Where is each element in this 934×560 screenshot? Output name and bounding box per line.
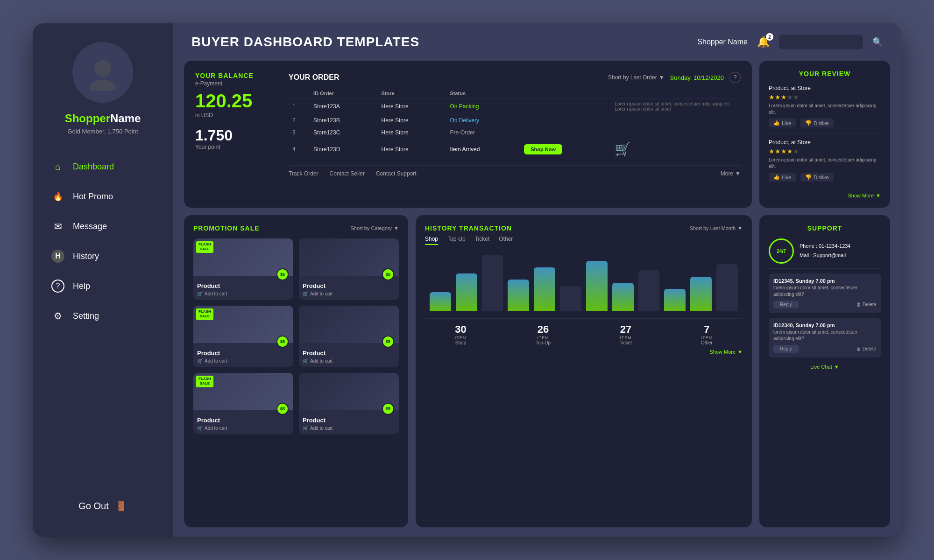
cart-icon: 🛒 bbox=[197, 358, 203, 364]
add-to-cart-4[interactable]: 🛒 Add to cart bbox=[303, 358, 395, 364]
track-order-link[interactable]: Track Order bbox=[289, 170, 318, 177]
support-contact-details: Phone : 01-1234-1234 Mail : Support@mail bbox=[800, 242, 851, 260]
price-badge-3: $5 bbox=[276, 336, 289, 348]
fire-icon: 🔥 bbox=[51, 190, 64, 203]
add-to-cart-6[interactable]: 🛒 Add to cart bbox=[303, 426, 395, 431]
promo-product-name-4: Product bbox=[303, 350, 395, 357]
delete-button-2[interactable]: 🗑 Delete bbox=[856, 346, 876, 351]
avatar bbox=[72, 42, 133, 103]
review-actions-2: 👍 Like 👎 Dislike bbox=[769, 173, 881, 182]
chevron-down-icon: ▼ bbox=[394, 225, 399, 231]
delete-button-1[interactable]: 🗑 Delete bbox=[856, 302, 876, 307]
history-tabs: Shop Top-Up Ticket Other bbox=[425, 236, 743, 249]
sidebar-item-hot-promo[interactable]: 🔥 Hot Promo bbox=[42, 183, 163, 210]
notification-bell[interactable]: 🔔 2 bbox=[757, 36, 770, 48]
search-icon[interactable]: 🔍 bbox=[872, 37, 883, 47]
chart-bar-3 bbox=[508, 280, 529, 311]
promo-img-5: FLASHSALE $5 bbox=[193, 373, 293, 410]
dislike-button-1[interactable]: 👎 Dislike bbox=[800, 119, 833, 127]
flash-sale-badge-5: FLASHSALE bbox=[196, 376, 213, 387]
show-more-review-button[interactable]: Show More ▼ bbox=[769, 193, 881, 198]
sidebar-item-setting[interactable]: ⚙ Setting bbox=[42, 303, 163, 329]
add-to-cart-5[interactable]: 🛒 Add to cart bbox=[197, 426, 290, 431]
help-circle-icon[interactable]: ? bbox=[729, 72, 741, 83]
review-product-2: Product, at Store bbox=[769, 139, 881, 146]
sidebar-item-help[interactable]: ? Help bbox=[42, 273, 163, 299]
balance-order-card: YOUR BALANCE e-Payment 120.25 in USD 1.7… bbox=[184, 61, 752, 208]
sidebar-item-dashboard[interactable]: ⌂ Dashboard bbox=[42, 154, 163, 180]
price-badge-2: $5 bbox=[382, 268, 394, 280]
review-title: YOUR REVIEW bbox=[769, 70, 881, 77]
add-to-cart-1[interactable]: 🛒 Add to cart bbox=[197, 291, 290, 296]
promo-title: PROMOTION SALE bbox=[193, 224, 260, 232]
thumb-down-icon: 👎 bbox=[805, 120, 812, 126]
like-button-1[interactable]: 👍 Like bbox=[769, 119, 796, 127]
stat-ticket: 27 ITEM Ticket bbox=[620, 323, 632, 345]
chevron-down-icon: ▼ bbox=[735, 170, 741, 177]
promo-info-6: Product 🛒 Add to cart bbox=[299, 410, 399, 434]
support-divider bbox=[769, 268, 881, 269]
add-to-cart-2[interactable]: 🛒 Add to cart bbox=[303, 291, 395, 296]
history-stats: 30 ITEM Shop 26 ITEM Top-Up 27 ITEM bbox=[425, 318, 743, 345]
notification-badge: 2 bbox=[766, 33, 773, 41]
stars-1: ★★★★★ bbox=[769, 93, 881, 101]
nav-menu: ⌂ Dashboard 🔥 Hot Promo ✉ Message H Hist… bbox=[42, 154, 163, 484]
sidebar-item-message[interactable]: ✉ Message bbox=[42, 213, 163, 239]
chart-bar-1 bbox=[456, 273, 477, 311]
promo-card: PROMOTION SALE Short by Category ▼ FLASH… bbox=[184, 215, 408, 527]
tab-shop[interactable]: Shop bbox=[425, 236, 438, 245]
sidebar-label-setting: Setting bbox=[73, 311, 99, 321]
chart-bar-11 bbox=[716, 264, 738, 311]
chart-bar-2 bbox=[482, 255, 503, 311]
go-out-button[interactable]: Go Out 🚪 bbox=[69, 494, 136, 518]
more-button[interactable]: More ▼ bbox=[721, 170, 741, 177]
order-title: YOUR ORDER bbox=[289, 73, 339, 82]
promo-img-1: FLASHSALE $5 bbox=[193, 238, 293, 276]
chart-bar-6 bbox=[586, 261, 608, 311]
chevron-down-icon: ▼ bbox=[659, 74, 665, 81]
svg-point-0 bbox=[94, 60, 111, 77]
price-badge-6: $5 bbox=[382, 403, 394, 415]
promo-item-5: FLASHSALE $5 Product 🛒 Add to cart bbox=[193, 373, 293, 434]
message-actions-2: Reply 🗑 Delete bbox=[773, 345, 876, 353]
reply-button-1[interactable]: Reply bbox=[773, 301, 799, 308]
tab-other[interactable]: Other bbox=[499, 236, 513, 245]
add-to-cart-3[interactable]: 🛒 Add to cart bbox=[197, 358, 290, 364]
live-chat-button[interactable]: Live Chat ▼ bbox=[769, 364, 881, 370]
contact-seller-link[interactable]: Contact Seller bbox=[330, 170, 365, 177]
sort-category-dropdown[interactable]: Short by Category ▼ bbox=[350, 225, 399, 231]
dislike-button-2[interactable]: 👎 Dislike bbox=[800, 173, 833, 182]
review-item-2: Product, at Store ★★★★★ Lorem ipsum dolo… bbox=[769, 139, 881, 187]
header-right: Shopper Name 🔔 2 🔍 bbox=[697, 35, 883, 49]
member-info: Gold Member, 1.750 Point bbox=[67, 128, 138, 135]
cart-icon: 🛒 bbox=[197, 291, 203, 296]
stars-2: ★★★★★ bbox=[769, 147, 881, 155]
sort-order-dropdown[interactable]: Short by Last Order ▼ bbox=[608, 74, 665, 81]
shop-now-button[interactable]: Shop Now bbox=[524, 144, 562, 154]
header: BUYER DASHBOARD TEMPLATES Shopper Name 🔔… bbox=[173, 23, 901, 61]
promo-product-name-1: Product bbox=[197, 282, 290, 289]
price-badge-5: $5 bbox=[276, 403, 289, 415]
message-id-1: ID12345, Sunday 7.00 pm bbox=[773, 278, 876, 284]
search-input[interactable] bbox=[779, 35, 863, 49]
dashboard-screen: ShopperName Gold Member, 1.750 Point ⌂ D… bbox=[33, 23, 901, 537]
reply-button-2[interactable]: Reply bbox=[773, 345, 799, 353]
home-icon: ⌂ bbox=[51, 160, 64, 173]
show-more-history-button[interactable]: Show More ▼ bbox=[425, 349, 743, 355]
tab-ticket[interactable]: Ticket bbox=[475, 236, 490, 245]
support-247-text: 24/7 bbox=[777, 249, 785, 254]
thumb-up-icon: 👍 bbox=[773, 174, 780, 180]
chevron-down-icon: ▼ bbox=[737, 225, 743, 231]
svg-point-1 bbox=[90, 80, 116, 91]
help-icon: ? bbox=[51, 280, 64, 293]
table-row: 4 Store123D Here Store Item Arrived Shop… bbox=[289, 139, 741, 160]
promo-product-name-2: Product bbox=[303, 282, 395, 289]
sidebar-item-history[interactable]: H History bbox=[42, 243, 163, 269]
sort-month-dropdown[interactable]: Short by Last Month ▼ bbox=[690, 225, 743, 231]
tab-topup[interactable]: Top-Up bbox=[447, 236, 466, 245]
message-actions-1: Reply 🗑 Delete bbox=[773, 301, 876, 308]
like-button-2[interactable]: 👍 Like bbox=[769, 173, 796, 182]
contact-support-link[interactable]: Contact Support bbox=[376, 170, 417, 177]
mail-info: Mail : Support@mail bbox=[800, 251, 851, 260]
go-out-label: Go Out bbox=[78, 501, 108, 511]
